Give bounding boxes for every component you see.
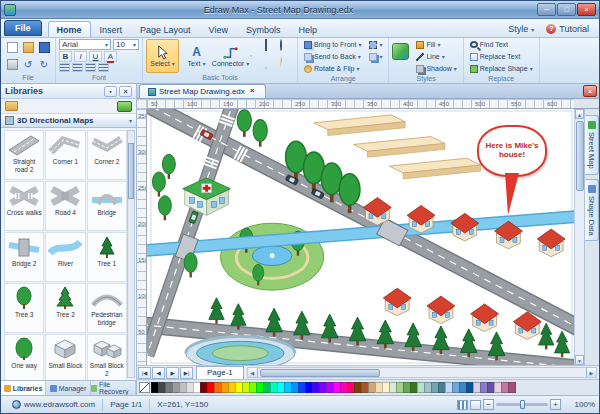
grid-toggle-icon[interactable]	[457, 400, 468, 410]
bullet-list-icon[interactable]	[98, 63, 109, 72]
library-item-small-block[interactable]: Small Block	[45, 334, 85, 380]
callout-shape[interactable]: Here is Mike's house!	[477, 125, 547, 225]
send-to-back-button[interactable]: Send to Back ▾	[301, 51, 364, 62]
no-color-swatch[interactable]	[139, 382, 150, 393]
library-item-small-block-2[interactable]: Small Block 2	[87, 334, 127, 380]
next-page-button[interactable]: ▶	[166, 367, 179, 379]
zoom-slider-thumb[interactable]	[520, 400, 525, 409]
bring-to-front-button[interactable]: Bring to Front ▾	[301, 39, 364, 50]
italic-button[interactable]: I	[74, 51, 87, 62]
ribbon-tab-view[interactable]: View	[200, 21, 237, 37]
undo-button[interactable]: ↺	[20, 56, 36, 73]
curve-tool-button[interactable]	[265, 57, 279, 73]
panel-tab-manager[interactable]: Manager	[46, 381, 91, 395]
replace-text-button[interactable]: Replace Text	[467, 51, 536, 62]
library-item-tree-1[interactable]: Tree 1	[87, 232, 127, 282]
panel-tab-libraries[interactable]: Libraries	[1, 381, 46, 395]
first-page-button[interactable]: |◀	[138, 367, 151, 379]
find-text-button[interactable]: Find Text	[467, 39, 536, 50]
rectangle-tool-button[interactable]	[265, 40, 279, 56]
connector-tool-button[interactable]: Connector▾	[214, 39, 247, 73]
font-color-button[interactable]: A	[104, 51, 117, 62]
document-tab[interactable]: Street Map Drawing.edx ×	[139, 84, 266, 98]
line-tool-button[interactable]	[250, 40, 264, 56]
minimize-button[interactable]: ─	[537, 3, 556, 16]
vertical-scrollbar[interactable]: ▲ ▼	[574, 109, 584, 365]
maximize-button[interactable]: □	[557, 3, 576, 16]
add-library-button[interactable]	[117, 101, 132, 112]
horizontal-scrollbar[interactable]: ◀ ▶	[247, 367, 597, 378]
redo-button[interactable]: ↻	[36, 56, 52, 73]
previous-page-button[interactable]: ◀	[152, 367, 165, 379]
ribbon-tab-help[interactable]: Help	[289, 21, 326, 37]
align-left-icon[interactable]	[59, 63, 70, 72]
new-button[interactable]	[4, 39, 20, 56]
drawing-canvas[interactable]: Here is Mike's house!	[147, 109, 574, 365]
stadium-shape[interactable]	[186, 336, 295, 365]
zoom-in-button[interactable]: +	[550, 399, 561, 410]
close-tab-icon[interactable]: ×	[248, 87, 257, 96]
shadow-button[interactable]: Shadow ▾	[413, 63, 459, 74]
library-item-corner-1[interactable]: Corner 1	[45, 130, 85, 180]
fit-page-icon[interactable]	[470, 400, 481, 410]
font-size-select[interactable]: 10 ▾	[113, 39, 139, 50]
scroll-down-icon[interactable]: ▼	[575, 355, 584, 365]
style-menu-button[interactable]: Style ▾	[502, 21, 540, 37]
scrollbar-thumb[interactable]	[576, 121, 584, 191]
library-item-tree-2[interactable]: Tree 2	[45, 283, 85, 333]
open-button[interactable]	[20, 39, 36, 56]
website-link[interactable]: www.edrawsoft.com	[24, 400, 95, 409]
group-button[interactable]: ▾	[366, 39, 385, 50]
scroll-up-icon[interactable]: ▲	[575, 109, 584, 119]
library-item-straight-road-2[interactable]: Straight road 2	[4, 130, 44, 180]
close-panel-button[interactable]: ×	[119, 86, 132, 97]
bold-button[interactable]: B	[59, 51, 72, 62]
scrollbar-thumb[interactable]	[128, 143, 134, 199]
panel-tab-file-recovery[interactable]: File Recovery	[91, 381, 136, 395]
library-item-road-4[interactable]: Road 4	[45, 181, 85, 231]
pen-tool-button[interactable]	[280, 57, 294, 73]
scroll-left-icon[interactable]: ◀	[248, 368, 258, 377]
library-item-pedestrian-bridge[interactable]: Pedestrian bridge	[87, 283, 127, 333]
library-options-button[interactable]: ▪	[104, 86, 117, 97]
underline-button[interactable]: U	[89, 51, 102, 62]
zoom-out-button[interactable]: −	[483, 399, 494, 410]
library-scrollbar[interactable]	[127, 130, 135, 378]
last-page-button[interactable]: ▶|	[180, 367, 193, 379]
replace-shape-button[interactable]: Replace Shape ▾	[467, 63, 536, 74]
line-style-button[interactable]: Line ▾	[413, 51, 459, 62]
fill-button[interactable]: Fill ▾	[413, 39, 459, 50]
file-menu-button[interactable]: File	[4, 20, 42, 36]
ribbon-tab-page-layout[interactable]: Page Layout	[131, 21, 200, 37]
scrollbar-thumb[interactable]	[260, 369, 380, 377]
color-swatch[interactable]	[508, 382, 516, 393]
arc-tool-button[interactable]	[250, 57, 264, 73]
scroll-right-icon[interactable]: ▶	[586, 368, 596, 377]
theme-styles-icon[interactable]	[392, 43, 409, 60]
text-tool-button[interactable]: A Text▾	[180, 39, 213, 73]
library-item-bridge[interactable]: Bridge	[87, 181, 127, 231]
ribbon-tab-home[interactable]: Home	[48, 21, 91, 37]
side-tab-street-map[interactable]: Street Map	[585, 115, 599, 175]
close-document-button[interactable]: ×	[583, 85, 597, 97]
align-right-icon[interactable]	[85, 63, 96, 72]
ribbon-tab-symbols[interactable]: Symbols	[237, 21, 290, 37]
align-center-icon[interactable]	[72, 63, 83, 72]
ellipse-tool-button[interactable]	[280, 40, 294, 56]
library-item-bridge-2[interactable]: Bridge 2	[4, 232, 44, 282]
library-item-tree-3[interactable]: Tree 3	[4, 283, 44, 333]
library-item-river[interactable]: River	[45, 232, 85, 282]
page-tab[interactable]: Page-1	[196, 366, 244, 379]
close-button[interactable]: ×	[577, 3, 596, 16]
ribbon-tab-insert[interactable]: Insert	[91, 21, 132, 37]
align-button[interactable]: ▾	[366, 51, 385, 62]
select-tool-button[interactable]: Select▾	[146, 39, 179, 73]
zoom-slider[interactable]	[496, 403, 548, 406]
save-button[interactable]	[36, 39, 52, 56]
open-library-button[interactable]	[5, 101, 18, 111]
library-item-one-way[interactable]: One way	[4, 334, 44, 380]
print-button[interactable]	[4, 56, 20, 73]
side-tab-shape-data[interactable]: Shape Data	[585, 179, 599, 242]
rotate-flip-button[interactable]: Rotate & Flip ▾	[301, 63, 364, 74]
library-item-cross-walks[interactable]: Cross walks	[4, 181, 44, 231]
